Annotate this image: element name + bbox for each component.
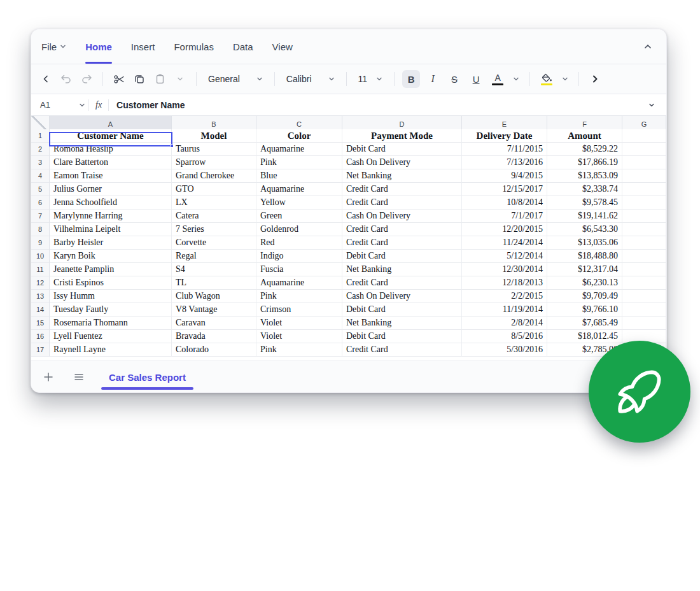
menu-file[interactable]: File [41,29,66,64]
cell[interactable]: Net Banking [342,169,462,183]
cell[interactable]: Romona Heaslip [50,143,172,156]
cell[interactable]: Violet [256,317,342,330]
row-header-16[interactable]: 16 [31,330,50,343]
cell[interactable] [622,129,666,143]
underline-button[interactable]: U [467,70,485,88]
cell[interactable]: Vilhelmina Leipelt [50,223,172,236]
cell[interactable]: Julius Gorner [50,183,172,196]
cell[interactable]: Jenna Schoolfield [50,196,172,210]
cell[interactable]: 5/12/2014 [462,250,547,263]
cell[interactable]: Fuscia [256,263,342,276]
cell[interactable]: Club Wagon [172,290,256,303]
cell[interactable]: $6,543.30 [547,223,622,236]
undo-button[interactable] [58,71,74,87]
cell[interactable]: Cristi Espinos [50,276,172,290]
cell[interactable]: Aquamarine [256,183,342,196]
cell[interactable]: GTO [172,183,256,196]
fill-color-options-button[interactable] [559,71,571,87]
cell[interactable] [622,250,666,263]
menu-formulas[interactable]: Formulas [174,29,214,64]
cell[interactable]: Sparrow [172,156,256,169]
cell[interactable]: Aquamarine [256,143,342,156]
cell-reference-box[interactable]: A1 [38,100,76,110]
cell[interactable]: Color [256,129,342,143]
cell[interactable] [622,196,666,210]
cell[interactable] [622,169,666,183]
row-header-12[interactable]: 12 [31,276,50,290]
cell[interactable]: Payment Mode [342,129,462,143]
cell[interactable]: Corvette [172,236,256,250]
cell[interactable] [622,143,666,156]
paste-options-button[interactable] [172,71,188,87]
cell[interactable]: Taurus [172,143,256,156]
cell[interactable]: Aquamarine [256,276,342,290]
cell[interactable]: 11/19/2014 [462,303,547,317]
cell[interactable]: 9/4/2015 [462,169,547,183]
cell[interactable] [622,263,666,276]
cell[interactable]: $8,529.22 [547,143,622,156]
cell[interactable]: Karyn Boik [50,250,172,263]
cell[interactable]: Credit Card [342,236,462,250]
cell[interactable]: 10/8/2014 [462,196,547,210]
cell[interactable]: 12/20/2015 [462,223,547,236]
paste-button[interactable] [151,71,168,87]
cell[interactable]: Credit Card [342,276,462,290]
cell[interactable]: 2/2/2015 [462,290,547,303]
cell[interactable]: Marylynne Harring [50,210,172,223]
cell[interactable]: $19,141.62 [547,210,622,223]
fill-color-button[interactable] [538,70,556,88]
cell[interactable]: $9,709.49 [547,290,622,303]
rocket-launch-badge[interactable] [589,341,690,443]
row-header-5[interactable]: 5 [31,183,50,196]
row-header-15[interactable]: 15 [31,317,50,330]
cell[interactable] [622,290,666,303]
cell[interactable]: Credit Card [342,183,462,196]
cell[interactable]: Cash On Delivery [342,210,462,223]
cell[interactable]: Amount [547,129,622,143]
cell[interactable]: Net Banking [342,317,462,330]
redo-button[interactable] [78,71,95,87]
cell[interactable]: Grand Cherokee [172,169,256,183]
cell[interactable] [622,223,666,236]
cell[interactable]: 12/18/2013 [462,276,547,290]
cell[interactable]: Debit Card [342,143,462,156]
row-header-11[interactable]: 11 [31,263,50,276]
cell[interactable] [622,210,666,223]
cell[interactable] [622,156,666,169]
cell[interactable]: Clare Batterton [50,156,172,169]
cell[interactable]: $9,766.10 [547,303,622,317]
cell[interactable]: 7/11/2015 [462,143,547,156]
cell[interactable]: Eamon Traise [50,169,172,183]
cell[interactable]: Net Banking [342,263,462,276]
cell[interactable]: Yellow [256,196,342,210]
cell[interactable]: 11/24/2014 [462,236,547,250]
cell[interactable]: Model [172,129,256,143]
cell[interactable]: 7/1/2017 [462,210,547,223]
row-header-6[interactable]: 6 [31,196,50,210]
cell[interactable]: Red [256,236,342,250]
cell[interactable]: Caravan [172,317,256,330]
cell[interactable]: Jeanette Pamplin [50,263,172,276]
cell[interactable]: Debit Card [342,303,462,317]
cell[interactable]: Pink [256,290,342,303]
cell[interactable]: 7 Series [172,223,256,236]
cell[interactable]: Credit Card [342,223,462,236]
cell[interactable]: Customer Name [50,129,172,143]
cell[interactable]: Regal [172,250,256,263]
cell[interactable]: Debit Card [342,250,462,263]
cell[interactable] [622,183,666,196]
cell[interactable]: LX [172,196,256,210]
row-header-1[interactable]: 1 [31,129,50,143]
toolbar-back-button[interactable] [38,71,54,87]
cell[interactable]: $9,578.45 [547,196,622,210]
cell[interactable]: Rosemaria Thomann [50,317,172,330]
cell[interactable]: Pink [256,343,342,357]
cell[interactable]: V8 Vantage [172,303,256,317]
cell[interactable]: $17,866.19 [547,156,622,169]
italic-button[interactable]: I [424,70,442,88]
cell[interactable]: Cash On Delivery [342,156,462,169]
number-format-dropdown[interactable]: General [204,71,267,87]
cell[interactable]: 8/5/2016 [462,330,547,343]
cell[interactable]: $13,035.06 [547,236,622,250]
cell[interactable]: Catera [172,210,256,223]
